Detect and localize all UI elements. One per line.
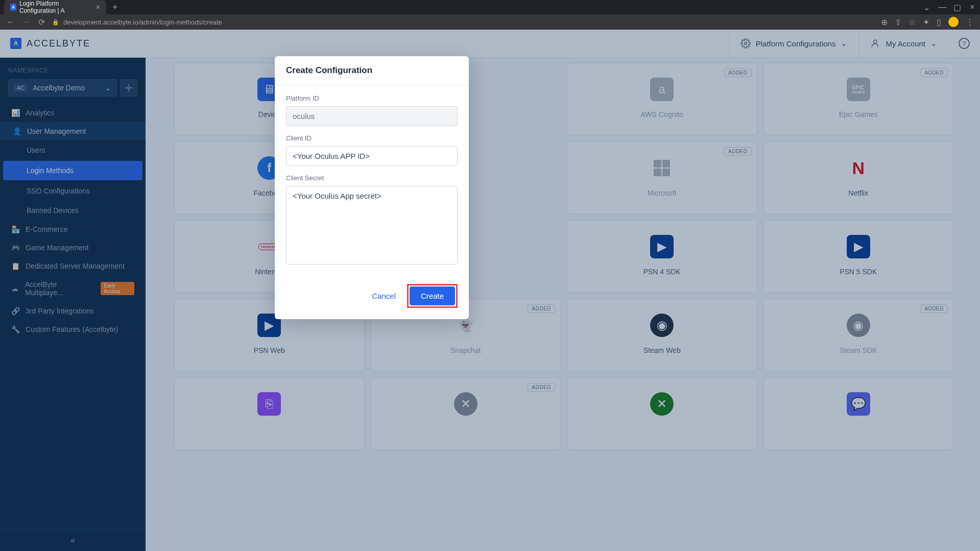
create-configuration-modal: Create Configuration Platform ID Client …: [275, 56, 469, 319]
extensions-icon[interactable]: ✦: [923, 17, 929, 27]
platform-id-input: [286, 106, 458, 126]
create-button-highlight: Create: [407, 284, 458, 308]
chevron-down-icon[interactable]: ⌄: [923, 3, 930, 12]
modal-overlay[interactable]: [0, 30, 980, 551]
profile-avatar[interactable]: [948, 17, 959, 27]
back-icon[interactable]: ←: [6, 17, 15, 27]
platform-id-label: Platform ID: [286, 94, 458, 102]
maximize-icon[interactable]: ▢: [953, 3, 961, 12]
lock-icon: 🔒: [52, 19, 59, 26]
url-text: development.accelbyte.io/admin/login-met…: [63, 18, 222, 26]
browser-addressbar: ← → ⟳ 🔒 development.accelbyte.io/admin/l…: [0, 14, 980, 30]
reload-icon[interactable]: ⟳: [37, 17, 46, 27]
client-secret-label: Client Secret: [286, 174, 458, 182]
close-window-icon[interactable]: ×: [969, 3, 976, 12]
star-icon[interactable]: ☆: [909, 17, 916, 27]
client-id-label: Client ID: [286, 134, 458, 142]
url-bar[interactable]: 🔒 development.accelbyte.io/admin/login-m…: [52, 18, 875, 26]
minimize-icon[interactable]: —: [938, 3, 945, 12]
modal-title: Create Configuration: [275, 56, 469, 85]
cancel-button[interactable]: Cancel: [365, 286, 403, 305]
window-controls: ⌄ — ▢ ×: [923, 3, 976, 12]
new-tab-button[interactable]: +: [106, 2, 124, 13]
browser-tab[interactable]: A Login Platform Configuration | A ×: [4, 0, 106, 14]
zoom-icon[interactable]: ⊕: [881, 17, 888, 27]
client-id-input[interactable]: [286, 146, 458, 166]
tab-close-icon[interactable]: ×: [96, 3, 100, 11]
tab-title: Login Platform Configuration | A: [19, 0, 93, 14]
menu-icon[interactable]: ⋮: [966, 17, 974, 27]
create-button[interactable]: Create: [410, 286, 455, 305]
tab-favicon: A: [10, 4, 16, 11]
forward-icon[interactable]: →: [21, 17, 31, 27]
browser-titlebar: A Login Platform Configuration | A × + ⌄…: [0, 0, 980, 14]
sidepanel-icon[interactable]: ▯: [937, 17, 941, 27]
client-secret-input[interactable]: [286, 186, 458, 265]
share-icon[interactable]: ⇧: [895, 17, 901, 27]
